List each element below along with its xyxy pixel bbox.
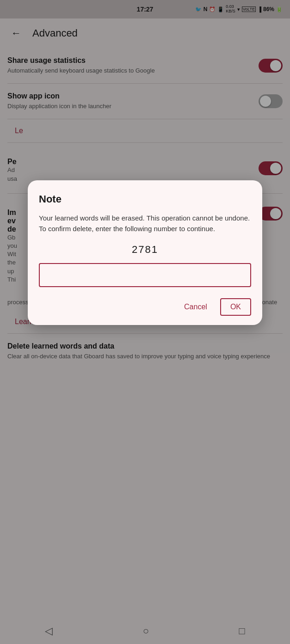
dialog-confirm-number: 2781 (39, 244, 251, 256)
dialog-title: Note (39, 193, 251, 205)
cancel-button[interactable]: Cancel (175, 298, 216, 316)
dialog-input-field[interactable] (45, 274, 245, 282)
ok-button[interactable]: OK (220, 298, 251, 316)
dialog-buttons: Cancel OK (39, 298, 251, 316)
dialog-message: Your learned words will be erased. This … (39, 213, 251, 234)
note-dialog: Note Your learned words will be erased. … (28, 180, 262, 325)
dialog-input-wrapper[interactable] (39, 263, 251, 287)
